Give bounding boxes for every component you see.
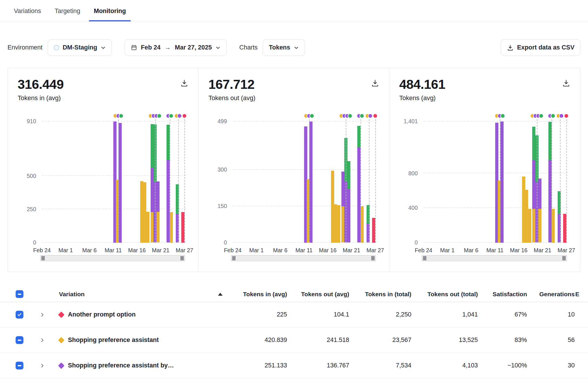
variation-dot-red xyxy=(182,113,187,118)
charts-metric-value: Tokens xyxy=(269,44,290,51)
marker-dots xyxy=(166,113,173,118)
bar-segment-purple xyxy=(357,147,360,242)
marker-dots xyxy=(495,113,505,118)
download-chart-button[interactable] xyxy=(180,79,188,89)
table-row[interactable]: Another prompt option225104.12,2501,0416… xyxy=(0,302,588,328)
row-checkbox[interactable] xyxy=(16,311,23,319)
marker-dots xyxy=(530,113,543,118)
chevron-right-icon xyxy=(40,338,45,343)
tab-variations[interactable]: Variations xyxy=(14,8,41,21)
tab-monitoring[interactable]: Monitoring xyxy=(94,8,126,21)
charts-metric-select[interactable]: Tokens xyxy=(263,39,305,56)
charts-label: Charts xyxy=(239,44,258,51)
variation-dot-red xyxy=(564,113,569,118)
variation-name: Another prompt option xyxy=(68,311,136,318)
x-axis-label: Mar 16 xyxy=(510,247,528,254)
chart-area: 1,4018004000 Feb 24Mar 1Mar 6Mar 11Mar 1… xyxy=(399,122,570,261)
bar-segment-purple xyxy=(156,181,160,212)
value-cell: 225 xyxy=(228,311,288,318)
x-axis-label: Feb 24 xyxy=(224,247,242,254)
y-axis-label: 910 xyxy=(18,119,36,124)
scrollbar-right-handle[interactable] xyxy=(562,256,566,260)
stacked-bar xyxy=(548,122,552,242)
stacked-bar xyxy=(357,126,360,242)
scrollbar-left-handle[interactable] xyxy=(232,256,236,260)
expand-row-button[interactable] xyxy=(34,338,51,343)
variation-dot-purple xyxy=(368,113,373,118)
table-row[interactable]: Shopping preference assistant420.839241.… xyxy=(0,328,588,353)
download-chart-button[interactable] xyxy=(562,79,570,89)
chart-scrollbar[interactable] xyxy=(231,255,376,261)
column-header[interactable]: E xyxy=(575,291,588,298)
bar-segment-purple xyxy=(500,122,504,243)
marker-dots xyxy=(365,113,373,118)
chart-scrollbar[interactable] xyxy=(40,255,185,261)
select-all-checkbox[interactable] xyxy=(16,290,23,298)
y-axis-label: 150 xyxy=(208,203,227,209)
marker-dots xyxy=(113,113,123,118)
expand-row-button[interactable] xyxy=(34,363,51,368)
chart-card-tokens-total: 484.161 Tokens (avg) 1,4018004000 Feb 24… xyxy=(389,68,580,272)
bar-segment-purple xyxy=(548,160,552,242)
marker-dots xyxy=(373,113,378,118)
value-cell: ~100% xyxy=(478,362,528,369)
x-axis: Feb 24Mar 1Mar 6Mar 11Mar 16Mar 21Mar 27 xyxy=(42,244,184,255)
chevron-down-icon xyxy=(294,45,299,50)
marker-dropline xyxy=(375,119,376,243)
bar-segment-green xyxy=(548,122,552,160)
bar-segment-yellow xyxy=(528,209,531,242)
variation-dot-green xyxy=(169,113,173,118)
column-header[interactable]: Tokens in (total) xyxy=(350,291,412,298)
marker-dropline xyxy=(178,119,179,243)
bar-segment-yellow xyxy=(140,181,143,243)
x-axis-label: Mar 11 xyxy=(105,247,122,254)
value-cell: 104.1 xyxy=(288,311,350,318)
column-header[interactable]: Tokens in (avg) xyxy=(228,291,288,298)
marker-dots xyxy=(174,113,182,118)
scrollbar-right-handle[interactable] xyxy=(371,256,375,260)
stacked-bar xyxy=(337,205,340,242)
column-header[interactable]: Satisfaction xyxy=(478,291,528,298)
bar-segment-yellow xyxy=(151,212,154,243)
column-header[interactable]: Tokens out (avg) xyxy=(288,291,350,298)
bar-segment-purple xyxy=(341,172,345,206)
expand-row-button[interactable] xyxy=(34,312,51,317)
bar-segment-purple xyxy=(151,168,154,212)
chart-scrollbar[interactable] xyxy=(422,255,567,261)
marker-dots xyxy=(148,113,162,118)
bar-segment-purple xyxy=(167,160,170,242)
column-header[interactable]: Tokens out (total) xyxy=(412,291,478,298)
value-cell: 10 xyxy=(528,311,575,318)
export-csv-label: Export data as CSV xyxy=(517,44,574,51)
tab-targeting[interactable]: Targeting xyxy=(55,8,80,21)
table-row[interactable]: Shopping preference assistant by…251.133… xyxy=(0,353,588,378)
bar-segment-green xyxy=(347,161,350,189)
download-icon xyxy=(180,79,188,87)
environment-select[interactable]: DM-Staging xyxy=(48,39,112,56)
date-range-picker[interactable]: Feb 24 → Mar 27, 2025 xyxy=(125,39,227,56)
bar-segment-green xyxy=(167,125,170,160)
value-cell: 4,103 xyxy=(412,362,478,369)
chart-cards: 316.449 Tokens in (avg) 9105002500 Feb 2… xyxy=(8,68,580,272)
checkbox-cell xyxy=(8,362,34,369)
stacked-bar xyxy=(156,181,160,243)
scrollbar-left-handle[interactable] xyxy=(423,256,426,260)
x-axis-label: Mar 1 xyxy=(440,247,454,254)
marker-dots xyxy=(304,113,314,118)
scrollbar-left-handle[interactable] xyxy=(41,256,45,260)
variation-color-diamond xyxy=(58,311,65,318)
variation-dot-green xyxy=(539,113,543,118)
value-cell: 23,567 xyxy=(350,336,412,344)
column-header[interactable]: Generations xyxy=(528,291,575,298)
stacked-bar xyxy=(146,212,149,243)
export-csv-button[interactable]: Export data as CSV xyxy=(501,39,580,56)
variation-dot-green xyxy=(347,113,352,118)
variation-dot-red xyxy=(373,113,378,118)
download-chart-button[interactable] xyxy=(371,79,379,89)
row-checkbox[interactable] xyxy=(16,336,23,344)
chevron-down-icon xyxy=(215,45,221,50)
scrollbar-right-handle[interactable] xyxy=(180,256,184,260)
variation-header-cell[interactable]: Variation xyxy=(51,291,228,298)
row-checkbox[interactable] xyxy=(16,362,23,369)
metric-label: Tokens out (avg) xyxy=(208,94,256,102)
